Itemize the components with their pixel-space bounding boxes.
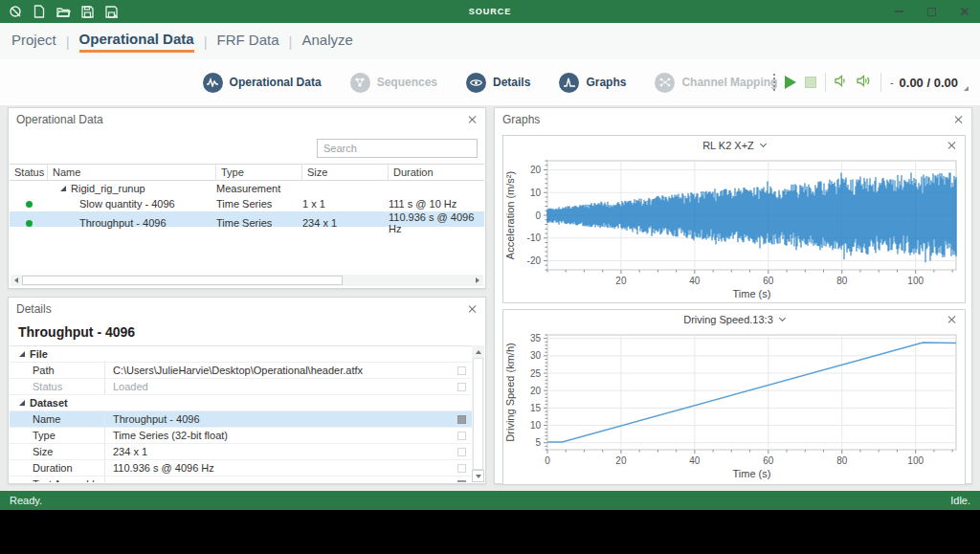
property-checkbox[interactable]	[457, 383, 466, 391]
details-button[interactable]: Details	[466, 73, 530, 93]
svg-text:0: 0	[545, 455, 550, 466]
property-grid: File Path C:\Users\JulieHarvie\Desktop\O…	[10, 345, 484, 482]
minimize-icon	[895, 11, 903, 12]
tab-project[interactable]: Project	[11, 32, 56, 51]
chart-signal-dropdown[interactable]: RL K2 X+Z	[702, 140, 766, 151]
svg-text:80: 80	[836, 455, 848, 466]
property-checkbox[interactable]	[457, 448, 466, 456]
property-row-name[interactable]: Name Throughput - 4096	[10, 411, 484, 428]
table-row-slow-quantity[interactable]: Slow quantity - 4096 Time Series 1 x 1 1…	[10, 196, 484, 211]
details-panel: Details Throughput - 4096 File Path C:\U…	[8, 297, 486, 484]
property-row-status[interactable]: Status Loaded	[10, 379, 484, 395]
playback-time[interactable]: 0.00 / 0.00	[900, 76, 958, 90]
property-checkbox[interactable]	[457, 366, 466, 375]
status-left: Ready.	[10, 495, 42, 506]
sequences-icon	[350, 73, 370, 93]
panel-title: Details	[16, 302, 52, 316]
statusbar: Ready. Idle.	[0, 491, 980, 510]
sequences-button: Sequences	[350, 73, 437, 93]
scroll-right-icon[interactable]	[472, 275, 483, 286]
graphs-button[interactable]: Graphs	[559, 73, 626, 93]
svg-text:100: 100	[907, 455, 924, 466]
property-checkbox[interactable]	[457, 432, 466, 440]
panel-close-icon[interactable]	[954, 115, 964, 124]
scroll-down-icon[interactable]	[472, 470, 484, 482]
close-button[interactable]	[947, 0, 980, 23]
property-row-size[interactable]: Size 234 x 1	[10, 444, 484, 460]
chevron-down-icon	[779, 315, 786, 321]
svg-text:-10: -10	[527, 233, 542, 243]
svg-text:10: 10	[530, 420, 542, 431]
maximize-icon	[927, 8, 936, 16]
svg-text:0: 0	[535, 211, 541, 221]
property-group-file[interactable]: File	[10, 346, 484, 363]
chart-close-icon[interactable]	[947, 141, 957, 150]
group-expander-icon[interactable]	[19, 351, 25, 357]
maximize-button[interactable]	[915, 0, 947, 23]
horizontal-scrollbar[interactable]	[11, 275, 483, 286]
property-checkbox[interactable]	[457, 480, 466, 483]
property-row-type[interactable]: Type Time Series (32-bit float)	[10, 428, 484, 444]
property-row-path[interactable]: Path C:\Users\JulieHarvie\Desktop\Operat…	[10, 363, 484, 379]
scrollbar-thumb[interactable]	[22, 276, 343, 285]
panel-close-icon[interactable]	[468, 115, 478, 124]
volume-loud-icon[interactable]	[857, 74, 872, 91]
tree-expander-icon[interactable]	[60, 186, 66, 191]
tab-separator: |	[204, 33, 208, 50]
svg-text:35: 35	[530, 333, 542, 343]
channel-mapping-icon	[655, 73, 675, 93]
svg-text:60: 60	[763, 455, 774, 466]
driving-speed-chart: 0204060801005101520253035Time (s)Driving…	[503, 329, 965, 480]
property-group-dataset[interactable]: Dataset	[10, 395, 484, 411]
tab-analyze[interactable]: Analyze	[301, 32, 352, 51]
toolbar-grip-handle[interactable]	[772, 73, 776, 92]
panel-close-icon[interactable]	[468, 304, 478, 314]
chart-signal-dropdown[interactable]: Driving Speed.13:3	[683, 314, 785, 325]
window-title: SOURCE	[0, 7, 980, 16]
volume-quiet-icon[interactable]	[835, 74, 848, 91]
panel-title: Graphs	[502, 113, 540, 126]
svg-text:20: 20	[615, 276, 627, 286]
table-header[interactable]: Status Name Type Size Duration	[10, 164, 484, 181]
chevron-down-icon	[760, 141, 767, 147]
property-row-test-assembly[interactable]: Test Assembly	[10, 476, 484, 482]
svg-text:15: 15	[530, 403, 542, 413]
minimize-button[interactable]	[882, 0, 915, 23]
acceleration-chart: 20406080100-20-1001020Time (s)Accelerati…	[503, 155, 965, 300]
property-row-duration[interactable]: Duration 110.936 s @ 4096 Hz	[10, 460, 484, 476]
graphs-icon	[559, 73, 579, 93]
tab-separator: |	[66, 33, 70, 50]
scroll-left-icon[interactable]	[11, 275, 22, 286]
table-row-measurement-group[interactable]: Rigid_rig_runup Measurement	[10, 181, 484, 196]
svg-text:5: 5	[535, 437, 541, 448]
status-ok-icon	[26, 220, 33, 227]
graphs-panel: Graphs RL K2 X+Z 20406080100-20-1001020T…	[494, 107, 972, 484]
svg-text:-20: -20	[527, 255, 542, 266]
table-row-throughput[interactable]: Throughput - 4096 Time Series 234 x 1 11…	[10, 211, 484, 227]
svg-text:Acceleration (m/s²): Acceleration (m/s²)	[504, 171, 516, 259]
search-input[interactable]	[317, 139, 478, 158]
property-checkbox[interactable]	[457, 464, 466, 473]
svg-text:100: 100	[907, 276, 924, 286]
time-options-expander-icon[interactable]	[964, 86, 969, 91]
status-right: Idle.	[950, 495, 970, 506]
channel-mapping-button: Channel Mapping	[655, 73, 777, 93]
tab-operational-data[interactable]: Operational Data	[79, 31, 194, 53]
play-button[interactable]	[785, 76, 796, 89]
application-window: SOURCE Project | Opera	[0, 0, 980, 510]
scroll-up-icon[interactable]	[472, 345, 484, 358]
group-expander-icon[interactable]	[19, 400, 25, 406]
property-checkbox[interactable]	[457, 415, 466, 424]
operational-data-table: Status Name Type Size Duration Rigid_rig…	[10, 164, 484, 227]
svg-text:20: 20	[530, 386, 542, 396]
tab-frf-data[interactable]: FRF Data	[217, 32, 279, 51]
stop-button	[805, 77, 816, 88]
driving-speed-chart-card: Driving Speed.13:3 020406080100510152025…	[502, 309, 966, 485]
operational-data-button[interactable]: Operational Data	[203, 73, 322, 93]
svg-text:10: 10	[530, 188, 542, 198]
acceleration-chart-card: RL K2 X+Z 20406080100-20-1001020Time (s)…	[502, 135, 966, 303]
vertical-scrollbar[interactable]	[472, 345, 484, 482]
chart-close-icon[interactable]	[947, 315, 957, 324]
operational-data-panel: Operational Data Status Name Type Size D…	[8, 107, 486, 289]
close-icon	[959, 7, 969, 16]
